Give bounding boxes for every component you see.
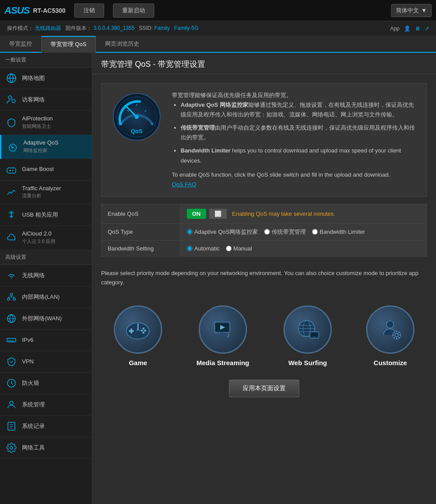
apply-section: 应用本页面设置: [101, 371, 427, 406]
user-icon: 👤: [404, 25, 411, 32]
toggle-on[interactable]: ON: [187, 209, 206, 219]
info-bar-icons: App 👤 🖥 ↗: [390, 25, 429, 32]
sidebar-item-label: USB 相关应用: [22, 211, 58, 219]
qos-type-traditional[interactable]: 传统带宽管理: [264, 228, 306, 236]
sidebar-item-label: 网络工具: [22, 444, 45, 452]
svg-rect-35: [138, 324, 139, 330]
sidebar-item-network-tools[interactable]: 网络工具: [0, 437, 92, 459]
bandwidth-setting-label: Bandwidth Setting: [102, 240, 181, 256]
reboot-button[interactable]: 重新启动: [113, 4, 154, 18]
sidebar-item-label: 内部网络(LAN): [22, 294, 60, 301]
svg-rect-10: [13, 298, 15, 300]
language-select[interactable]: 简体中文 ▼: [391, 4, 432, 17]
sidebar-item-aicloud[interactable]: AiCloud 2.0个人云 2.0 应用: [0, 226, 92, 250]
mode-link[interactable]: 无线路由器: [35, 25, 61, 31]
svg-text:♪: ♪: [227, 332, 230, 339]
ssid1-link[interactable]: Family: [154, 25, 170, 31]
qos-faq-link[interactable]: QoS FAQ: [172, 181, 196, 188]
firmware-link[interactable]: 3.0.0.4.380_1355: [94, 25, 134, 31]
admin-icon: [5, 399, 18, 411]
sidebar-item-vpn[interactable]: VPN: [0, 351, 92, 373]
sidebar-item-label: 无线网络: [22, 272, 45, 279]
sidebar-item-guest-network[interactable]: 访客网络: [0, 89, 92, 111]
toggle-off[interactable]: ⬜: [209, 209, 227, 219]
sidebar-item-syslog[interactable]: 系统记录: [0, 416, 92, 437]
intro-text: 带宽管理能够保证高优先级任务及应用的带宽。: [172, 91, 418, 100]
sidebar-item-admin[interactable]: 系统管理: [0, 394, 92, 416]
sidebar-item-label: Traffic Analyzer流量分析: [22, 185, 61, 200]
header-right: 简体中文 ▼: [391, 4, 432, 17]
register-button[interactable]: 注销: [74, 4, 104, 18]
info-box: QoS 带宽管理能够保证高优先级任务及应用的带宽。 Adaptive QoS 网…: [101, 83, 427, 197]
game-boost-icon: [5, 163, 18, 176]
sidebar-item-label: 网络地图: [22, 75, 45, 82]
vpn-icon: [5, 355, 18, 368]
svg-point-7: [12, 212, 14, 214]
sidebar-item-label: 系统记录: [22, 423, 45, 430]
aicloud-icon: [5, 232, 18, 244]
content-area: QoS 带宽管理能够保证高优先级任务及应用的带宽。 Adaptive QoS 网…: [92, 74, 436, 415]
sidebar-item-label: Game Boost: [22, 166, 54, 173]
sidebar-item-network-map[interactable]: 网络地图: [0, 68, 92, 89]
sidebar-item-wan[interactable]: 外部网络(WAN): [0, 308, 92, 330]
priority-item-customize[interactable]: Customize: [366, 305, 414, 366]
sidebar-item-aiprotection[interactable]: AiProtection智能网络卫士: [0, 111, 92, 135]
enable-qos-control: ON ⬜ Enabling QoS may take several minut…: [181, 204, 427, 223]
svg-text:QoS: QoS: [131, 128, 143, 134]
main-content: 带宽管理 QoS - 带宽管理设置: [92, 53, 436, 504]
asus-logo: ASUS: [4, 5, 29, 16]
sidebar-item-lan[interactable]: 内部网络(LAN): [0, 286, 92, 308]
sidebar-item-wireless[interactable]: 无线网络: [0, 265, 92, 286]
ssid2-link[interactable]: Family-5G: [174, 25, 198, 31]
sidebar-item-label: IPv6: [22, 337, 33, 344]
sidebar-item-adaptive-qos[interactable]: Adaptive QoS网络监控家: [0, 135, 92, 159]
web-surfing-icon: [283, 305, 332, 354]
priority-item-media-streaming[interactable]: ♪ Media Streaming: [196, 305, 249, 366]
priority-item-game[interactable]: Game: [114, 305, 162, 366]
sidebar-item-label: AiCloud 2.0个人云 2.0 应用: [22, 230, 55, 245]
apply-button[interactable]: 应用本页面设置: [229, 380, 299, 397]
bandwidth-manual[interactable]: Manual: [226, 245, 252, 252]
qos-logo: QoS: [110, 91, 163, 143]
bullet-traditional: 传统带宽管理由用户手动自定义参数在有线及无线连接时，保证高优先级应用及程序传入和…: [181, 123, 418, 142]
adaptive-qos-icon: [7, 141, 19, 153]
svg-point-15: [10, 401, 13, 405]
qos-type-label: QoS Type: [102, 223, 181, 240]
tab-qos[interactable]: 带宽管理 QoS: [41, 36, 96, 53]
share-icon: ↗: [425, 25, 429, 32]
sidebar-item-traffic-analyzer[interactable]: Traffic Analyzer流量分析: [0, 181, 92, 205]
enable-qos-label: Enable QoS: [102, 204, 181, 223]
bandwidth-automatic[interactable]: Automatic: [187, 245, 220, 252]
svg-rect-42: [218, 334, 226, 336]
game-label: Game: [129, 359, 147, 366]
enable-text: To enable QoS function, click the QoS sl…: [172, 170, 418, 180]
network-icon: 🖥: [415, 25, 420, 32]
svg-point-4: [12, 147, 14, 149]
sidebar-item-ipv6[interactable]: IPv6 IPv6: [0, 330, 92, 351]
tab-bandwidth-monitor[interactable]: 带宽监控: [0, 36, 41, 52]
sidebar-item-label: AiProtection智能网络卫士: [22, 115, 53, 130]
qos-type-limiter[interactable]: Bandwidth Limiter: [312, 228, 365, 235]
svg-point-31: [142, 328, 145, 330]
priority-grid: Game: [101, 297, 427, 371]
tab-browse-history[interactable]: 网页浏览历史: [96, 36, 149, 52]
qos-type-adaptive[interactable]: Adaptive QoS网络监控家: [187, 228, 258, 236]
customize-label: Customize: [374, 359, 407, 366]
sidebar-item-label: 外部网络(WAN): [22, 315, 62, 323]
svg-point-32: [144, 330, 146, 332]
sidebar-item-firewall[interactable]: 防火墙: [0, 373, 92, 394]
header: ASUS RT-AC5300 注销 重新启动 简体中文 ▼: [0, 0, 436, 21]
web-surfing-label: Web Surfing: [288, 359, 327, 366]
layout: 一般设置 网络地图 访客网络 AiProtection智能网络卫士 Adapti…: [0, 53, 436, 504]
bandwidth-setting-row: Bandwidth Setting Automatic Manual: [102, 240, 427, 256]
wireless-icon: [5, 269, 18, 282]
sidebar-item-usb-apps[interactable]: USB 相关应用: [0, 204, 92, 226]
sidebar: 一般设置 网络地图 访客网络 AiProtection智能网络卫士 Adapti…: [0, 53, 92, 504]
svg-point-1: [8, 96, 12, 99]
priority-item-web-surfing[interactable]: Web Surfing: [283, 305, 332, 366]
sidebar-item-game-boost[interactable]: Game Boost: [0, 159, 92, 181]
qos-type-row: QoS Type Adaptive QoS网络监控家 传统带宽管理 Bandwi…: [102, 223, 427, 240]
svg-rect-50: [311, 333, 318, 337]
logo: ASUS RT-AC5300: [4, 5, 65, 16]
bandwidth-setting-control: Automatic Manual: [181, 240, 427, 256]
